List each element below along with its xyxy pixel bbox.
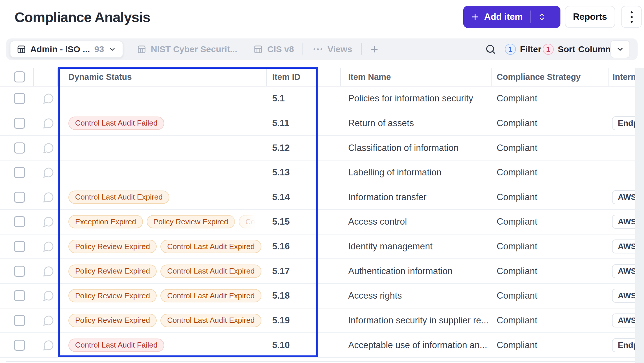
dynamic-status-cell [59,161,266,185]
comment-bubble-icon[interactable] [43,93,54,104]
add-item-button[interactable]: Add item [463,6,560,28]
item-name-cell: Access rights [348,290,488,301]
compliance-strategy-cell: Compliant [497,315,537,326]
compliance-strategy-cell: Compliant [497,340,537,350]
compliance-strategy-cell: Compliant [497,93,537,104]
reports-label: Reports [573,12,607,22]
column-divider [33,68,34,86]
row-checkbox[interactable] [14,142,25,154]
comment-bubble-icon[interactable] [43,117,54,129]
column-divider [340,68,341,86]
column-header-internal[interactable]: Intern [613,72,636,82]
status-badge: Control Last Audit Expired [239,215,266,228]
tabbar-separator [361,43,362,55]
compliance-strategy-cell: Compliant [497,266,537,276]
right-gutter [635,68,644,363]
search-icon[interactable] [485,44,496,55]
comment-bubble-icon[interactable] [43,290,54,302]
chevron-down-icon[interactable] [108,45,116,53]
comment-bubble-icon[interactable] [43,167,54,178]
comment-bubble-icon[interactable] [43,191,54,203]
row-checkbox[interactable] [14,290,25,301]
add-view-button[interactable]: + [371,43,378,56]
status-badge: Policy Review Expired [68,265,157,278]
compliance-strategy-cell: Compliant [497,192,537,202]
views-menu[interactable]: Views [314,44,352,54]
table-row[interactable]: 5.12 Classification of information Compl… [0,136,644,161]
table-row[interactable]: 5.13 Labelling of information Compliant [0,161,644,185]
item-id-cell: 5.12 [272,143,290,153]
dynamic-status-cell: Policy Review ExpiredControl Last Audit … [59,259,266,283]
column-header-item-name[interactable]: Item Name [348,72,391,82]
comment-bubble-icon[interactable] [43,241,54,252]
table-row[interactable]: Policy Review ExpiredControl Last Audit … [0,284,644,309]
row-checkbox[interactable] [14,216,25,227]
row-checkbox[interactable] [14,167,25,178]
compliance-strategy-cell: Compliant [497,241,537,252]
tab-nist-cyber-security[interactable]: NIST Cyber Securit... [137,44,237,54]
filter-button[interactable]: Filter [520,44,541,54]
status-badge: Control Last Audit Expired [160,265,261,278]
tabbar-separator [302,43,303,55]
more-options-button[interactable] [621,6,642,28]
dynamic-status-cell [59,136,266,160]
dynamic-status-cell: Policy Review ExpiredControl Last Audit … [59,309,266,333]
status-badge: Policy Review Expired [68,240,157,253]
column-header-dynamic-status[interactable]: Dynamic Status [68,72,132,82]
item-name-cell: Return of assets [348,118,488,128]
column-header-item-id[interactable]: Item ID [272,72,300,82]
row-checkbox[interactable] [14,93,25,104]
item-name-cell: Information security in supplier re... [348,315,488,326]
table-row[interactable]: Policy Review ExpiredControl Last Audit … [0,309,644,333]
tab-cis-v8[interactable]: CIS v8 [254,44,294,54]
row-checkbox[interactable] [14,315,25,326]
dynamic-status-cell: Policy Review ExpiredControl Last Audit … [59,284,266,308]
status-badge: Policy Review Expired [68,314,157,327]
comment-bubble-icon[interactable] [43,142,54,154]
select-all-checkbox[interactable] [14,71,25,82]
chevrons-up-down-icon[interactable] [537,13,546,21]
comment-bubble-icon[interactable] [43,216,54,228]
status-badge: Policy Review Expired [68,289,157,302]
row-checkbox[interactable] [14,340,25,351]
filter-count-badge: 1 [505,44,516,55]
row-checkbox[interactable] [14,192,25,203]
column-divider [608,68,609,86]
column-divider [491,68,492,86]
status-badge: Policy Review Expired [147,215,235,228]
table-row[interactable]: Policy Review ExpiredControl Last Audit … [0,259,644,284]
column-divider [57,68,58,86]
table-row[interactable]: Exception ExpiredPolicy Review ExpiredCo… [0,210,644,235]
comment-bubble-icon[interactable] [43,315,54,326]
item-id-cell: 5.18 [272,290,290,301]
comment-bubble-icon[interactable] [43,339,54,351]
row-checkbox[interactable] [14,241,25,252]
comment-bubble-icon[interactable] [43,265,54,277]
table-row[interactable]: Control Last Audit Expired 5.14 Informat… [0,185,644,210]
tab-admin-iso[interactable]: Admin - ISO ... 93 [10,41,123,58]
dynamic-status-cell: Control Last Audit Failed [59,333,266,357]
compliance-strategy-cell: Compliant [497,118,537,128]
status-badge: Control Last Audit Expired [160,240,261,253]
table-row[interactable]: 5.1 Policies for information security Co… [0,87,644,111]
row-checkbox[interactable] [14,118,25,129]
compliance-strategy-cell: Compliant [497,290,537,301]
item-name-cell: Labelling of information [348,167,488,178]
sort-button[interactable]: Sort [558,44,575,54]
tab-label: Admin - ISO ... [30,44,90,54]
tab-label: NIST Cyber Securit... [151,44,237,54]
table-row[interactable]: Policy Review ExpiredControl Last Audit … [0,235,644,259]
column-header-compliance-strategy[interactable]: Compliance Strategy [497,72,581,82]
table-row[interactable]: Control Last Audit Failed 5.10 Acceptabl… [0,333,644,358]
compliance-strategy-cell: Compliant [497,143,537,153]
row-checkbox[interactable] [14,266,25,277]
plus-icon [470,12,480,22]
column-divider [266,68,267,86]
view-options-chevron-button[interactable] [610,40,630,58]
reports-button[interactable]: Reports [565,6,615,28]
sort-count-badge: 1 [543,44,554,55]
table-row[interactable]: Control Last Audit Failed 5.11 Return of… [0,111,644,136]
status-badge: Control Last Audit Failed [68,339,164,352]
item-id-cell: 5.13 [272,167,290,178]
item-name-cell: Authentication information [348,266,488,276]
